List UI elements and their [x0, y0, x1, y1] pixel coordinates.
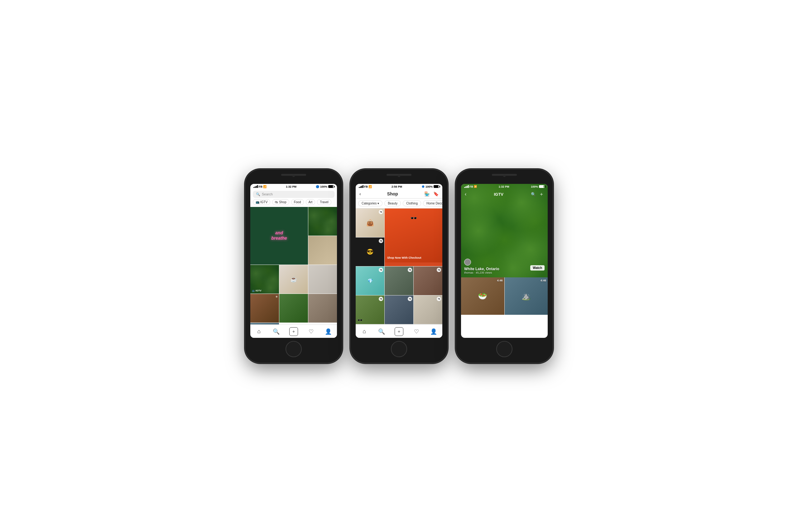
beauty-label: Beauty [388, 202, 397, 205]
shop-item-model[interactable]: 🛍 [414, 266, 442, 295]
add-icon-3[interactable]: ＋ [539, 191, 544, 197]
battery-icon-3 [539, 185, 545, 188]
igtv-tab-icon: 📺 [255, 201, 259, 204]
travel-tab-label: Travel [320, 201, 328, 204]
explore-grid: andbreathe 📺IGTV ☕ [250, 207, 337, 338]
battery-text-2: 100% [425, 185, 433, 188]
home-button-2[interactable] [391, 341, 407, 357]
shop-grid: 👜 🛍 🕶️ Shop Now With Checkout 😎 🛍 💎 [356, 209, 442, 324]
igtv-video-grid: 🥗 4:46 ⛰️ 4:46 [461, 278, 548, 315]
shop-badge-grass: 🛍 [379, 297, 383, 301]
nav-heart-1[interactable]: ♡ [307, 327, 316, 336]
igtv-thumb-label: 📺IGTV [252, 289, 262, 292]
back-icon-2[interactable]: ‹ [359, 191, 361, 196]
wifi-icon: 📶 [263, 185, 267, 188]
home-button-3[interactable] [496, 341, 512, 357]
bottom-nav-1: ⌂ 🔍 ＋ ♡ 👤 [250, 324, 337, 338]
shop-store-icon[interactable]: 🏪 [424, 191, 430, 196]
neon-text: andbreathe [271, 230, 287, 241]
watch-button[interactable]: Watch [530, 265, 545, 270]
status-bar-1: FB 📶 1:32 PM 🔵 100% [250, 184, 337, 189]
clothing-label: Clothing [406, 202, 418, 205]
time-2: 2:56 PM [392, 185, 402, 188]
igtv-vid-bread[interactable]: 🥗 4:46 [461, 278, 505, 315]
carrier-2: FB [364, 185, 368, 188]
nav-search-2[interactable]: 🔍 [377, 327, 386, 336]
tab-travel[interactable]: Travel [317, 199, 331, 205]
phones-container: FB 📶 1:32 PM 🔵 100% 🔍 Search 📺 [245, 170, 553, 363]
shop-item-banner[interactable]: 🕶️ Shop Now With Checkout [385, 209, 442, 266]
battery-text-3: 100% [531, 185, 538, 188]
shop-bookmark-icon[interactable]: 🔖 [433, 191, 439, 196]
filter-beauty[interactable]: Beauty [384, 201, 401, 206]
tab-art[interactable]: Art [306, 199, 316, 205]
tab-food[interactable]: Food [291, 199, 304, 205]
igtv-header: ‹ IGTV 🔍 ＋ [461, 189, 548, 199]
nav-heart-2[interactable]: ♡ [412, 327, 421, 336]
shop-item-fitness[interactable]: 🛍 [385, 296, 413, 324]
video-location: White Lake, Ontario [464, 267, 499, 271]
banner-text: Shop Now With Checkout [387, 256, 421, 260]
shop-item-grass[interactable]: 🕶️ 🛍 [356, 296, 384, 324]
shop-item-street[interactable]: 🛍 [385, 266, 413, 295]
nav-profile-2[interactable]: 👤 [429, 327, 438, 336]
grid-item-igtv-thumb[interactable]: 📺IGTV [250, 265, 279, 293]
signal-icon-2 [359, 185, 363, 188]
grid-item-shelf[interactable] [308, 236, 337, 265]
shop-filter-bar: Categories ▾ Beauty Clothing Home Decor [356, 198, 442, 209]
bottom-nav-2: ⌂ 🔍 ＋ ♡ 👤 [356, 324, 442, 338]
search-bar-1[interactable]: 🔍 Search [253, 191, 335, 198]
phone-3-screen: FB 📶 1:32 PM 100% ‹ IGTV 🔍 ＋ [461, 184, 548, 338]
nav-profile-1[interactable]: 👤 [324, 327, 332, 336]
filter-clothing[interactable]: Clothing [403, 201, 421, 206]
search-placeholder-1: Search [262, 192, 273, 196]
shop-badge-purse: 🛍 [379, 268, 383, 272]
phone-1-screen: FB 📶 1:32 PM 🔵 100% 🔍 Search 📺 [250, 184, 337, 338]
igtv-vid-mountain[interactable]: ⛰️ 4:46 [505, 278, 548, 315]
nav-home-2[interactable]: ⌂ [360, 327, 369, 336]
grid-item-neon[interactable]: andbreathe [250, 207, 308, 265]
search-icon-3[interactable]: 🔍 [531, 192, 536, 197]
tab-igtv[interactable]: 📺 IGTV [253, 199, 270, 205]
nav-search-1[interactable]: 🔍 [272, 327, 281, 336]
shop-item-purse[interactable]: 💎 🛍 [356, 266, 384, 295]
filter-home-decor[interactable]: Home Decor [423, 201, 442, 206]
home-decor-label: Home Decor [426, 202, 442, 205]
shop-tab-icon: 🛍 [275, 201, 278, 204]
igtv-hero: FB 📶 1:32 PM 100% ‹ IGTV 🔍 ＋ [461, 184, 548, 278]
grid-item-statue[interactable] [308, 265, 337, 293]
phone-1-explore: FB 📶 1:32 PM 🔵 100% 🔍 Search 📺 [245, 170, 342, 363]
shop-badge-fitness: 🛍 [408, 297, 412, 301]
food-tab-label: Food [294, 201, 301, 204]
shop-item-shoes[interactable]: 🛍 [414, 296, 442, 324]
shop-badge-shoes: 🛍 [437, 297, 441, 301]
grid-item-tree[interactable] [308, 207, 337, 235]
grid-item-coffee[interactable]: ☕ [279, 265, 308, 293]
shop-title: Shop [387, 191, 398, 196]
igtv-title: IGTV [494, 192, 503, 197]
carrier-3: FB [470, 185, 473, 188]
shop-badge-bag: 🛍 [379, 210, 383, 214]
time-1: 1:32 PM [286, 185, 297, 188]
grid-item-crowd[interactable]: ◉ [250, 294, 279, 323]
tab-shop[interactable]: 🛍 Shop [272, 199, 289, 205]
vid-time-2: 4:46 [540, 279, 546, 282]
phone-2-screen: FB 📶 2:56 PM 🔵 100% ‹ Shop 🏪 🔖 [356, 184, 442, 338]
back-icon-3[interactable]: ‹ [465, 191, 466, 197]
shop-header: ‹ Shop 🏪 🔖 [356, 189, 442, 198]
nav-add-1[interactable]: ＋ [289, 327, 298, 336]
shop-item-bag[interactable]: 👜 🛍 [356, 209, 384, 237]
grid-item-dog[interactable] [308, 294, 337, 323]
nav-home-1[interactable]: ⌂ [255, 327, 263, 336]
bluetooth-icon: 🔵 [316, 185, 319, 188]
explore-tabs: 📺 IGTV 🛍 Shop Food Art Travel [250, 199, 337, 207]
vid-time-1: 4:46 [497, 279, 502, 282]
shop-item-sunglasses[interactable]: 😎 🛍 [356, 238, 384, 266]
signal-icon [253, 185, 258, 188]
filter-categories[interactable]: Categories ▾ [358, 201, 382, 206]
art-tab-label: Art [309, 201, 313, 204]
grid-item-plant[interactable] [279, 294, 308, 323]
nav-add-2[interactable]: ＋ [395, 327, 403, 336]
home-button-1[interactable] [286, 341, 302, 357]
phone-2-shop: FB 📶 2:56 PM 🔵 100% ‹ Shop 🏪 🔖 [351, 170, 447, 363]
